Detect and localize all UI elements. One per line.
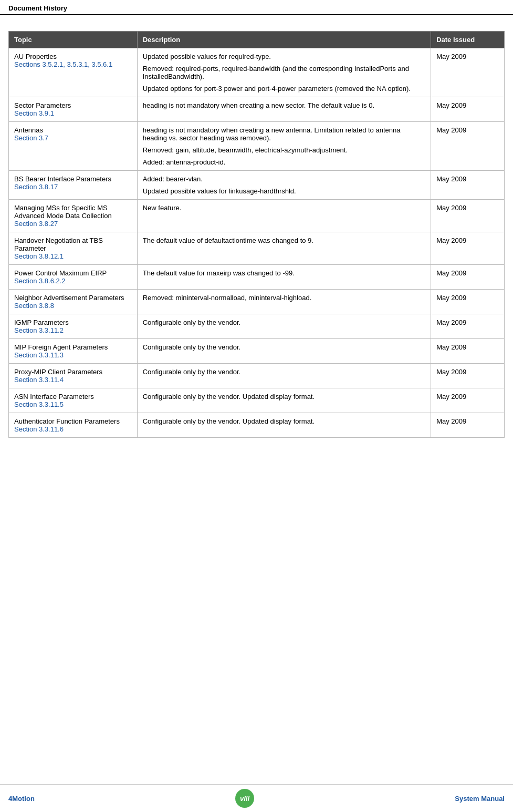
description-paragraph: Configurable only by the vendor. xyxy=(143,318,425,326)
topic-cell: Sector ParametersSection 3.9.1 xyxy=(9,97,138,122)
footer-right: System Manual xyxy=(455,795,505,803)
description-paragraph: The default value of defaultactiontime w… xyxy=(143,237,425,244)
table-row: AntennasSection 3.7heading is not mandat… xyxy=(9,122,505,171)
description-cell: The default value of defaultactiontime w… xyxy=(137,232,431,265)
topic-section-link[interactable]: Section 3.3.11.5 xyxy=(14,400,132,408)
date-cell: May 2009 xyxy=(431,171,505,200)
date-cell: May 2009 xyxy=(431,314,505,339)
description-paragraph: heading is not mandatory when creating a… xyxy=(143,126,425,142)
topic-title: IGMP Parameters xyxy=(14,318,132,326)
topic-cell: Power Control Maximum EIRPSection 3.8.6.… xyxy=(9,265,138,290)
topic-title: Authenticator Function Parameters xyxy=(14,417,132,425)
topic-title: Handover Negotiation at TBS Parameter xyxy=(14,237,132,252)
topic-section-link[interactable]: Section 3.8.17 xyxy=(14,183,132,191)
topic-title: AU Properties xyxy=(14,53,132,60)
document-history-table: Topic Description Date Issued AU Propert… xyxy=(8,31,505,438)
table-row: Authenticator Function ParametersSection… xyxy=(9,413,505,438)
table-row: Power Control Maximum EIRPSection 3.8.6.… xyxy=(9,265,505,290)
description-cell: heading is not mandatory when creating a… xyxy=(137,97,431,122)
description-cell: New feature. xyxy=(137,200,431,232)
date-cell: May 2009 xyxy=(431,48,505,97)
date-cell: May 2009 xyxy=(431,97,505,122)
topic-cell: MIP Foreign Agent ParametersSection 3.3.… xyxy=(9,339,138,364)
date-cell: May 2009 xyxy=(431,388,505,413)
table-row: ASN Interface ParametersSection 3.3.11.5… xyxy=(9,388,505,413)
topic-cell: ASN Interface ParametersSection 3.3.11.5 xyxy=(9,388,138,413)
topic-title: ASN Interface Parameters xyxy=(14,393,132,400)
table-row: Managing MSs for Specific MS Advanced Mo… xyxy=(9,200,505,232)
topic-section-link[interactable]: Section 3.3.11.2 xyxy=(14,326,132,334)
description-paragraph: Added: antenna-product-id. xyxy=(143,158,425,166)
table-row: Neighbor Advertisement ParametersSection… xyxy=(9,290,505,314)
topic-section-link[interactable]: Section 3.3.11.4 xyxy=(14,376,132,384)
description-paragraph: Removed: gain, altitude, beamwidth, elec… xyxy=(143,146,425,154)
description-cell: Configurable only by the vendor. xyxy=(137,314,431,339)
topic-section-link[interactable]: Section 3.9.1 xyxy=(14,109,132,117)
topic-title: BS Bearer Interface Parameters xyxy=(14,175,132,183)
topic-section-link[interactable]: Section 3.8.8 xyxy=(14,302,132,310)
description-paragraph: Configurable only by the vendor. Updated… xyxy=(143,393,425,400)
description-paragraph: The default value for maxeirp was change… xyxy=(143,269,425,277)
date-cell: May 2009 xyxy=(431,339,505,364)
topic-title: Managing MSs for Specific MS Advanced Mo… xyxy=(14,204,132,220)
topic-cell: Proxy-MIP Client ParametersSection 3.3.1… xyxy=(9,364,138,388)
page-footer: 4Motion viii System Manual xyxy=(0,784,513,812)
col-topic: Topic xyxy=(9,32,138,48)
description-cell: heading is not mandatory when creating a… xyxy=(137,122,431,171)
table-row: Proxy-MIP Client ParametersSection 3.3.1… xyxy=(9,364,505,388)
header-title: Document History xyxy=(8,4,67,12)
table-row: IGMP ParametersSection 3.3.11.2Configura… xyxy=(9,314,505,339)
topic-section-link[interactable]: Section 3.8.12.1 xyxy=(14,252,132,260)
topic-section-link[interactable]: Section 3.3.11.3 xyxy=(14,351,132,359)
description-cell: Removed: mininterval-normalload, mininte… xyxy=(137,290,431,314)
date-cell: May 2009 xyxy=(431,413,505,438)
col-date: Date Issued xyxy=(431,32,505,48)
table-row: BS Bearer Interface ParametersSection 3.… xyxy=(9,171,505,200)
table-header-row: Topic Description Date Issued xyxy=(9,32,505,48)
table-row: Handover Negotiation at TBS ParameterSec… xyxy=(9,232,505,265)
date-cell: May 2009 xyxy=(431,290,505,314)
description-cell: Configurable only by the vendor. Updated… xyxy=(137,413,431,438)
footer-page-badge: viii xyxy=(235,789,254,808)
description-cell: Configurable only by the vendor. Updated… xyxy=(137,388,431,413)
page-content: Topic Description Date Issued AU Propert… xyxy=(0,15,513,448)
topic-section-link[interactable]: Section 3.8.27 xyxy=(14,220,132,228)
description-paragraph: Configurable only by the vendor. xyxy=(143,368,425,376)
date-cell: May 2009 xyxy=(431,364,505,388)
description-paragraph: Updated options for port-3 power and por… xyxy=(143,85,425,92)
topic-title: Neighbor Advertisement Parameters xyxy=(14,294,132,302)
description-paragraph: Removed: required-ports, required-bandwi… xyxy=(143,65,425,80)
topic-title: Proxy-MIP Client Parameters xyxy=(14,368,132,376)
topic-section-link[interactable]: Sections 3.5.2.1, 3.5.3.1, 3.5.6.1 xyxy=(14,60,132,68)
topic-section-link[interactable]: Section 3.3.11.6 xyxy=(14,425,132,433)
table-row: Sector ParametersSection 3.9.1heading is… xyxy=(9,97,505,122)
topic-title: Power Control Maximum EIRP xyxy=(14,269,132,277)
description-paragraph: New feature. xyxy=(143,204,425,212)
description-paragraph: Added: bearer-vlan. xyxy=(143,175,425,183)
topic-cell: Neighbor Advertisement ParametersSection… xyxy=(9,290,138,314)
description-cell: Added: bearer-vlan.Updated possible valu… xyxy=(137,171,431,200)
topic-section-link[interactable]: Section 3.7 xyxy=(14,134,132,142)
topic-cell: AntennasSection 3.7 xyxy=(9,122,138,171)
footer-left: 4Motion xyxy=(8,795,35,803)
description-cell: Configurable only by the vendor. xyxy=(137,339,431,364)
table-row: AU PropertiesSections 3.5.2.1, 3.5.3.1, … xyxy=(9,48,505,97)
date-cell: May 2009 xyxy=(431,122,505,171)
topic-cell: IGMP ParametersSection 3.3.11.2 xyxy=(9,314,138,339)
col-description: Description xyxy=(137,32,431,48)
description-paragraph: Configurable only by the vendor. xyxy=(143,343,425,351)
page-header: Document History xyxy=(0,0,513,15)
topic-cell: Managing MSs for Specific MS Advanced Mo… xyxy=(9,200,138,232)
date-cell: May 2009 xyxy=(431,265,505,290)
topic-cell: Handover Negotiation at TBS ParameterSec… xyxy=(9,232,138,265)
topic-section-link[interactable]: Section 3.8.6.2.2 xyxy=(14,277,132,285)
description-cell: Configurable only by the vendor. xyxy=(137,364,431,388)
table-row: MIP Foreign Agent ParametersSection 3.3.… xyxy=(9,339,505,364)
topic-cell: AU PropertiesSections 3.5.2.1, 3.5.3.1, … xyxy=(9,48,138,97)
description-paragraph: heading is not mandatory when creating a… xyxy=(143,101,425,109)
date-cell: May 2009 xyxy=(431,232,505,265)
description-paragraph: Removed: mininterval-normalload, mininte… xyxy=(143,294,425,302)
description-paragraph: Updated possible values for required-typ… xyxy=(143,53,425,60)
topic-title: Antennas xyxy=(14,126,132,134)
description-paragraph: Configurable only by the vendor. Updated… xyxy=(143,417,425,425)
